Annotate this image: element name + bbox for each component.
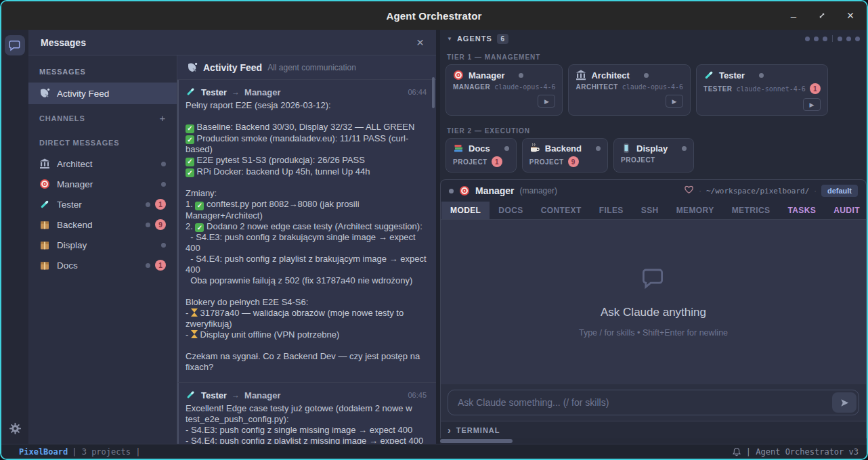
direct-messages-section-label: DIRECT MESSAGES [28, 131, 177, 154]
dm-label: Tester [57, 200, 82, 210]
chat-bubble-icon [642, 267, 665, 290]
message-time: 06:45 [408, 391, 427, 399]
agent-model: claude-opus-4-6 [494, 83, 555, 91]
tab-context[interactable]: CONTEXT [532, 202, 590, 219]
detail-agent-role: (manager) [520, 186, 557, 196]
dm-label: Backend [57, 220, 93, 230]
sidebar-item-backend[interactable]: Backend 9 [28, 214, 177, 235]
unread-badge: 9 [155, 219, 166, 230]
dm-label: Manager [57, 179, 93, 189]
tab-metrics[interactable]: METRICS [723, 202, 779, 219]
messages-panel-title: Messages [41, 37, 86, 48]
run-agent-button[interactable]: ▶ [803, 98, 821, 111]
package-icon [39, 260, 50, 271]
agent-model: claude-sonnet-4-6 [737, 85, 806, 93]
sidebar-item-display[interactable]: Display [28, 235, 177, 255]
agent-card-backend[interactable]: Backend PROJECT 9 [522, 138, 608, 172]
agent-card-architect[interactable]: Architect ARCHITECT claude-opus-4-6 ▶ [568, 64, 691, 116]
add-channel-button[interactable]: + [159, 112, 166, 124]
bell-icon[interactable] [732, 447, 741, 457]
status-version: | Agent Orchestrator v3 [746, 447, 859, 457]
tab-tasks[interactable]: TASKS [779, 202, 825, 219]
sidebar-item-docs[interactable]: Docs 1 [28, 255, 177, 275]
agent-model: claude-opus-4-6 [622, 83, 683, 91]
messages-panel-header: Messages × [28, 30, 436, 55]
unread-badge: 1 [155, 199, 166, 210]
dm-label: Architect [57, 159, 93, 169]
agents-header[interactable]: ▼ AGENTS 6 [440, 30, 867, 47]
chevron-right-icon: › [448, 426, 451, 435]
message-item: Tester → Manager 06:45 Excellent! Edge c… [177, 383, 436, 444]
agent-status-dot [519, 73, 523, 78]
messages-rail-button[interactable] [5, 35, 25, 55]
agent-status-dot [596, 146, 601, 151]
package-icon [39, 239, 50, 250]
agent-name: Tester [719, 70, 745, 80]
gear-icon [9, 422, 22, 435]
agent-name: Docs [469, 143, 490, 154]
maximize-button[interactable] [817, 10, 827, 21]
workspace-path: ~/workspace/pixelboard/ [706, 187, 809, 196]
sidebar-item-manager[interactable]: Manager [28, 174, 177, 194]
tier1-cards: Manager MANAGER claude-opus-4-6 ▶ Archit… [440, 64, 867, 116]
tab-model[interactable]: MODEL [441, 202, 490, 219]
close-button[interactable]: × [845, 10, 856, 21]
messages-section-label: MESSAGES [28, 60, 177, 83]
message-from: Tester [201, 390, 227, 400]
presence-dot [161, 182, 166, 187]
agent-card-manager[interactable]: Manager MANAGER claude-opus-4-6 ▶ [446, 64, 563, 116]
agent-role: PROJECT [529, 158, 564, 166]
agent-role: MANAGER [453, 83, 490, 91]
presence-dot [146, 223, 150, 227]
tab-ssh[interactable]: SSH [632, 202, 668, 219]
minimize-button[interactable]: – [788, 10, 799, 21]
agent-role: PROJECT [453, 158, 487, 166]
test-tube-icon [703, 70, 714, 80]
status-projects: | 3 projects | [72, 447, 140, 457]
settings-button[interactable] [7, 421, 22, 436]
terminal-toggle[interactable]: › TERMINAL [441, 421, 866, 438]
sidebar-item-tester[interactable]: Tester 1 [28, 194, 177, 214]
agent-card-display[interactable]: Display PROJECT [613, 138, 694, 172]
agent-role: PROJECT [621, 156, 655, 164]
run-agent-button[interactable]: ▶ [666, 95, 683, 108]
sidebar-item-activity-feed[interactable]: Activity Feed [28, 83, 177, 104]
horizontal-scrollbar-thumb[interactable] [440, 439, 513, 443]
agent-card-tester[interactable]: Tester TESTER claude-sonnet-4-6 1 ▶ [696, 64, 828, 116]
test-tube-icon [186, 390, 196, 400]
tab-audit[interactable]: AUDIT [825, 202, 868, 219]
target-icon [39, 179, 50, 189]
send-button[interactable] [832, 392, 856, 413]
tab-docs[interactable]: DOCS [490, 202, 531, 219]
run-agent-button[interactable]: ▶ [538, 95, 555, 108]
presence-dot [146, 202, 150, 207]
chat-input[interactable] [448, 390, 859, 415]
sidebar-item-architect[interactable]: Architect [28, 154, 177, 174]
activity-feed-subtitle: All agent communication [267, 63, 356, 72]
messages-panel: Messages × MESSAGES Activity Feed CHANNE… [28, 30, 436, 444]
tab-memory[interactable]: MEMORY [668, 202, 723, 219]
message-body: Excellent! Edge case testy już gotowe (d… [186, 403, 427, 444]
phone-icon [621, 143, 632, 154]
empty-state-hint: Type / for skills • Shift+Enter for newl… [579, 328, 728, 338]
arrow-icon: → [232, 87, 240, 97]
title-bar: Agent Orchestrator – × [1, 1, 867, 30]
classical-building-icon [39, 158, 50, 169]
check-emoji: ✓ [186, 158, 194, 166]
agent-badge: 1 [492, 156, 502, 167]
profile-badge[interactable]: default [821, 185, 858, 197]
target-icon [459, 185, 470, 196]
message-from: Tester [201, 87, 227, 97]
favorite-heart-icon[interactable] [684, 185, 694, 198]
window-title: Agent Orchestrator [386, 10, 481, 22]
chat-bubble-icon [9, 39, 21, 51]
feed-scrollbar[interactable] [432, 77, 435, 108]
tier2-cards: Docs PROJECT 1 Backend PROJEC [440, 138, 867, 172]
tab-files[interactable]: FILES [590, 202, 632, 219]
agent-card-docs[interactable]: Docs PROJECT 1 [446, 138, 517, 172]
satellite-dish-icon [187, 62, 198, 73]
target-icon [453, 70, 464, 80]
messages-close-button[interactable]: × [416, 36, 424, 49]
check-emoji: ✓ [186, 168, 194, 177]
agent-name: Architect [591, 70, 629, 80]
